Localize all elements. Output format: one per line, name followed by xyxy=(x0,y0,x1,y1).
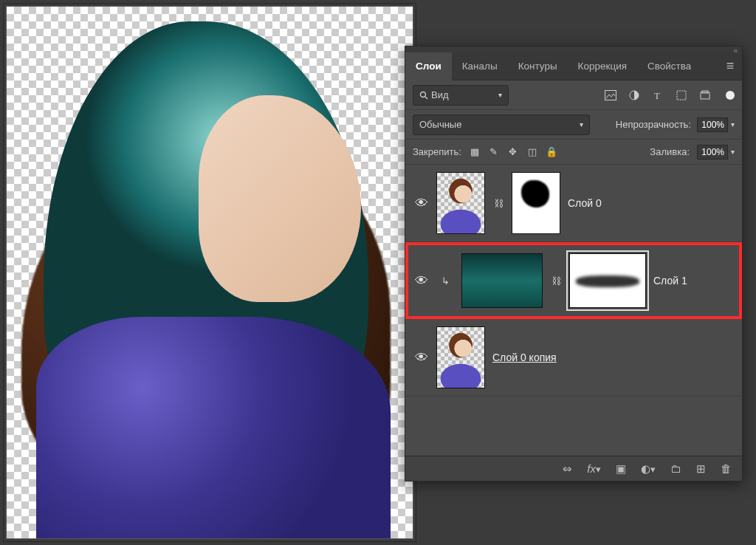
fill-input[interactable] xyxy=(697,145,728,160)
document-canvas[interactable] xyxy=(3,3,416,542)
delete-layer-icon[interactable]: 🗑 xyxy=(721,462,732,475)
svg-line-1 xyxy=(425,97,427,99)
layer-mask-thumbnail[interactable] xyxy=(569,253,646,308)
layer-row[interactable]: 👁Слой 0 копия xyxy=(405,319,742,397)
fill-field[interactable]: ▾ xyxy=(697,145,735,160)
layer-thumbnail[interactable] xyxy=(436,172,485,234)
new-adjustment-icon[interactable]: ◐▾ xyxy=(641,462,656,476)
mask-link-icon[interactable]: ⛓ xyxy=(550,275,562,287)
layers-panel: « СлоиКаналыКонтурыКоррекцияСвойства≡ ▾ … xyxy=(405,46,743,481)
shape-filter-icon[interactable] xyxy=(676,89,687,101)
blend-opacity-bar: Обычные ▾ Непрозрачность: ▾ xyxy=(405,110,742,140)
new-layer-icon[interactable]: ⊞ xyxy=(696,462,706,476)
layer-thumbnail[interactable] xyxy=(461,253,543,308)
svg-rect-5 xyxy=(677,91,686,100)
transparency-checker xyxy=(7,7,413,538)
layer-row[interactable]: 👁↳⛓Слой 1 xyxy=(405,242,742,319)
new-group-icon[interactable]: 🗀 xyxy=(670,462,681,475)
chevron-down-icon: ▾ xyxy=(731,120,735,128)
svg-point-0 xyxy=(421,92,426,97)
svg-text:T: T xyxy=(654,90,660,100)
layer-row[interactable]: 👁⛓Слой 0 xyxy=(405,165,742,242)
clip-indicator-icon: ↳ xyxy=(436,275,454,287)
adjustment-filter-icon[interactable] xyxy=(628,89,640,101)
layer-kind-filter[interactable]: ▾ xyxy=(413,85,509,106)
lock-label: Закрепить: xyxy=(413,146,461,157)
image-filter-icon[interactable] xyxy=(605,89,616,101)
layer-thumbnail[interactable] xyxy=(436,326,485,388)
type-filter-icon[interactable]: T xyxy=(652,89,664,101)
tab-коррекция[interactable]: Коррекция xyxy=(568,52,637,80)
visibility-eye-icon[interactable]: 👁 xyxy=(414,273,429,289)
chevron-down-icon: ▾ xyxy=(731,148,735,156)
mask-link-icon[interactable]: ⛓ xyxy=(492,198,504,209)
chevron-down-icon: ▾ xyxy=(498,91,502,99)
lock-brush-icon[interactable]: ✎ xyxy=(488,146,500,157)
layer-name-label[interactable]: Слой 0 копия xyxy=(492,352,733,363)
opacity-field[interactable]: ▾ xyxy=(697,117,735,132)
tab-слои[interactable]: Слои xyxy=(405,52,452,80)
fill-label: Заливка: xyxy=(650,146,690,157)
visibility-eye-icon[interactable]: 👁 xyxy=(414,350,429,366)
add-mask-icon[interactable]: ▣ xyxy=(616,462,626,476)
search-icon xyxy=(419,91,428,100)
layer-fx-icon[interactable]: fx▾ xyxy=(587,462,601,475)
panel-menu-icon[interactable]: ≡ xyxy=(718,58,742,74)
layer-name-label[interactable]: Слой 1 xyxy=(653,275,733,287)
smartobject-filter-icon[interactable] xyxy=(699,89,711,101)
lock-fill-bar: Закрепить: ▩ ✎ ✥ ◫ 🔒 Заливка: ▾ xyxy=(405,140,742,165)
layer-mask-thumbnail[interactable] xyxy=(512,172,560,234)
tab-каналы[interactable]: Каналы xyxy=(452,52,508,80)
lock-artboard-icon[interactable]: ◫ xyxy=(526,146,538,157)
lock-all-icon[interactable]: 🔒 xyxy=(546,146,557,157)
filter-toggle-dot[interactable] xyxy=(726,91,735,100)
blend-mode-value: Обычные xyxy=(419,119,461,130)
panel-tabs: СлоиКаналыКонтурыКоррекцияСвойства≡ xyxy=(405,52,742,80)
tab-свойства[interactable]: Свойства xyxy=(637,52,701,80)
chevron-down-icon: ▾ xyxy=(580,120,583,128)
tab-контуры[interactable]: Контуры xyxy=(508,52,568,80)
panel-footer: ⇔ fx▾ ▣ ◐▾ 🗀 ⊞ 🗑 xyxy=(405,456,742,481)
link-layers-icon[interactable]: ⇔ xyxy=(563,462,572,476)
opacity-label: Непрозрачность: xyxy=(616,119,691,130)
visibility-eye-icon[interactable]: 👁 xyxy=(414,196,429,211)
layer-filter-bar: ▾ T xyxy=(405,80,742,110)
artwork-dress xyxy=(36,317,391,538)
lock-move-icon[interactable]: ✥ xyxy=(507,146,519,157)
opacity-input[interactable] xyxy=(697,117,728,132)
layer-kind-input[interactable] xyxy=(431,89,483,100)
layers-list: 👁⛓Слой 0👁↳⛓Слой 1👁Слой 0 копия xyxy=(405,165,742,456)
layer-name-label[interactable]: Слой 0 xyxy=(568,197,733,209)
lock-transparency-icon[interactable]: ▩ xyxy=(469,146,481,157)
blend-mode-select[interactable]: Обычные ▾ xyxy=(413,114,590,135)
